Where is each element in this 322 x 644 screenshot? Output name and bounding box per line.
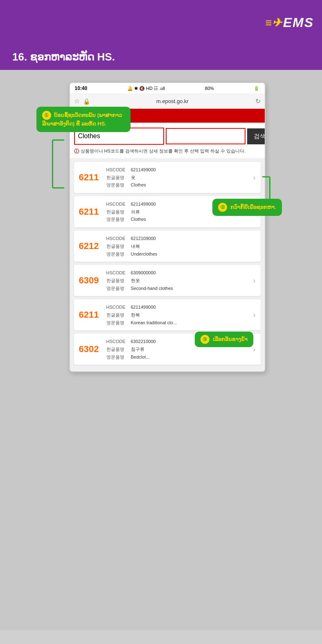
result-code-5: 6211 bbox=[79, 310, 101, 320]
label-hscode-1: HSCODE bbox=[106, 166, 128, 174]
label-hscode-2: HSCODE bbox=[106, 200, 128, 208]
annotation-1-number: ① bbox=[42, 111, 51, 120]
search-input-secondary[interactable] bbox=[166, 128, 245, 144]
result-code-4: 6309 bbox=[79, 275, 101, 286]
annotation-bubble-2: ② ກວົາກິ້ຢຶ່ເພື່ອຊອກຫາ. bbox=[212, 199, 281, 216]
result-row-korean-5: 한글품명 한복 bbox=[106, 311, 248, 319]
status-icons: 🔔 ✱ 🔇 HD ☷ .ull bbox=[127, 86, 165, 91]
label-hscode-5: HSCODE bbox=[106, 303, 128, 311]
bracket-right-2 bbox=[262, 176, 270, 201]
result-row-english-1: 영문품명 Clothes bbox=[106, 181, 248, 189]
result-arrow-1[interactable]: › bbox=[253, 173, 256, 182]
value-korean-4: 헌옷 bbox=[131, 277, 140, 285]
result-row-english-4: 영문품명 Second-hand clothes bbox=[106, 285, 248, 292]
result-code-1: 6211 bbox=[79, 172, 101, 183]
label-hscode-4: HSCODE bbox=[106, 269, 128, 277]
value-english-1: Clothes bbox=[131, 181, 146, 189]
result-row-korean-3: 한글품명 내복 bbox=[106, 242, 256, 250]
value-korean-3: 내복 bbox=[131, 242, 140, 250]
result-arrow-4[interactable]: › bbox=[253, 276, 256, 285]
section-title-bar: 16. ຊອກຫາລະຫັດ HS. bbox=[0, 45, 322, 70]
value-english-5: Korean traditional clo... bbox=[131, 319, 177, 327]
notice-text: 상품명이나 HS코드를 검색하시면 상세 정보를 확인 후 선택 입력 하실 수… bbox=[81, 148, 246, 154]
label-korean-3: 한글품명 bbox=[106, 242, 128, 250]
annotation-2-number: ② bbox=[218, 203, 227, 212]
status-battery: 80% bbox=[205, 86, 214, 91]
browser-refresh-icon[interactable]: ↻ bbox=[255, 97, 261, 105]
result-arrow-5[interactable]: › bbox=[253, 311, 256, 319]
result-row-korean-4: 한글품명 헌옷 bbox=[106, 277, 248, 285]
search-notice: ⓘ 상품명이나 HS코드를 검색하시면 상세 정보를 확인 후 선택 입력 하실… bbox=[74, 148, 261, 155]
value-hscode-1: 6211499000 bbox=[131, 166, 156, 174]
value-korean-2: 의류 bbox=[131, 208, 140, 216]
browser-star-icon[interactable]: ☆ bbox=[74, 97, 80, 105]
label-english-2: 영문품명 bbox=[106, 215, 128, 223]
result-item[interactable]: 6309 HSCODE 6309000000 한글품명 헌옷 영문품명 Seco bbox=[74, 265, 261, 296]
value-english-3: Underclothes bbox=[131, 250, 158, 258]
result-row-hscode-3: HSCODE 6212109000 bbox=[106, 235, 256, 242]
value-hscode-2: 6211499000 bbox=[131, 200, 156, 208]
phone-container: ① ບ້ອນຊຶ້ຊະວັດຕະພັນ (ພາສາກາວລີ/ພາສາອັງກິ… bbox=[49, 82, 274, 372]
value-hscode-3: 6212109000 bbox=[131, 235, 156, 242]
ems-logo-text: EMS bbox=[283, 15, 314, 30]
annotation-1-text: ບ້ອນຊຶ້ຊະວັດຕະພັນ (ພາສາກາວລີ/ພາສາອັງກິດ)… bbox=[42, 112, 122, 127]
value-english-6: Bedclot... bbox=[131, 353, 150, 361]
value-english-2: Clothes bbox=[131, 215, 146, 223]
result-code-2: 6211 bbox=[79, 206, 101, 217]
annotation-bubble-3: ③ ເລືອກອັນທາງນ້ຳ bbox=[195, 332, 253, 347]
result-code-6: 6302 bbox=[79, 344, 101, 355]
top-banner: ≡✈ EMS bbox=[0, 0, 322, 45]
ems-logo: ≡✈ EMS bbox=[265, 15, 314, 30]
result-item[interactable]: 6211 HSCODE 6211499000 한글품명 한복 영문품명 Kore bbox=[74, 299, 261, 330]
value-hscode-6: 6302210000 bbox=[131, 338, 156, 346]
search-button[interactable]: 검색 bbox=[247, 128, 266, 144]
ems-wings-icon: ≡✈ bbox=[265, 16, 281, 29]
main-content-area: ① ບ້ອນຊຶ້ຊະວັດຕະພັນ (ພາສາກາວລີ/ພາສາອັງກິ… bbox=[0, 70, 322, 630]
result-details-3: HSCODE 6212109000 한글품명 내복 영문품명 Underclot… bbox=[106, 235, 256, 258]
label-english-3: 영문품명 bbox=[106, 250, 128, 258]
result-row-english-3: 영문품명 Underclothes bbox=[106, 250, 256, 258]
result-arrow-6[interactable]: › bbox=[253, 345, 256, 354]
value-hscode-5: 6211499000 bbox=[131, 303, 156, 311]
bracket-left-1 bbox=[52, 139, 64, 188]
value-hscode-4: 6309000000 bbox=[131, 269, 156, 277]
annotation-3-number: ③ bbox=[200, 335, 209, 344]
value-korean-5: 한복 bbox=[131, 311, 140, 319]
result-row-hscode-5: HSCODE 6211499000 bbox=[106, 303, 248, 311]
value-korean-6: 침구류 bbox=[131, 346, 144, 353]
result-row-korean-1: 한글품명 옷 bbox=[106, 174, 248, 182]
annotation-2-text: ກວົາກິ້ຢຶ່ເພື່ອຊອກຫາ. bbox=[230, 204, 276, 210]
browser-lock-icon: 🔒 bbox=[83, 98, 90, 105]
label-hscode-3: HSCODE bbox=[106, 235, 128, 242]
value-english-4: Second-hand clothes bbox=[131, 285, 173, 292]
result-row-hscode-1: HSCODE 6211499000 bbox=[106, 166, 248, 174]
label-korean-6: 한글품명 bbox=[106, 346, 128, 353]
result-details-5: HSCODE 6211499000 한글품명 한복 영문품명 Korean tr… bbox=[106, 303, 248, 326]
browser-url[interactable]: m.epost.go.kr bbox=[93, 98, 252, 104]
annotation-3-text: ເລືອກອັນທາງນ້ຳ bbox=[213, 336, 248, 342]
label-english-5: 영문품명 bbox=[106, 319, 128, 327]
label-english-1: 영문품명 bbox=[106, 181, 128, 189]
result-item[interactable]: 6212 HSCODE 6212109000 한글품명 내복 영문품명 Unde bbox=[74, 231, 261, 262]
result-row-hscode-4: HSCODE 6309000000 bbox=[106, 269, 248, 277]
value-korean-1: 옷 bbox=[131, 174, 135, 182]
result-details-1: HSCODE 6211499000 한글품명 옷 영문품명 Clothes bbox=[106, 166, 248, 189]
section-title: 16. ຊອກຫາລະຫັດ HS. bbox=[12, 51, 310, 63]
result-item[interactable]: 6211 HSCODE 6211499000 한글품명 옷 영문품명 Cloth bbox=[74, 162, 261, 193]
label-korean-1: 한글품명 bbox=[106, 174, 128, 182]
label-korean-4: 한글품명 bbox=[106, 277, 128, 285]
result-row-english-6: 영문품명 Bedclot... bbox=[106, 353, 248, 361]
label-korean-2: 한글품명 bbox=[106, 208, 128, 216]
status-bar: 10:40 🔔 ✱ 🔇 HD ☷ .ull 80%🔋 bbox=[70, 83, 265, 94]
status-time: 10:40 bbox=[75, 85, 88, 91]
result-details-4: HSCODE 6309000000 한글품명 헌옷 영문품명 Second-ha… bbox=[106, 269, 248, 292]
result-code-3: 6212 bbox=[79, 241, 101, 251]
label-english-6: 영문품명 bbox=[106, 353, 128, 361]
label-korean-5: 한글품명 bbox=[106, 311, 128, 319]
label-english-4: 영문품명 bbox=[106, 285, 128, 292]
label-hscode-6: HSCODE bbox=[106, 338, 128, 346]
result-row-english-2: 영문품명 Clothes bbox=[106, 215, 248, 223]
notice-icon: ⓘ bbox=[74, 148, 79, 155]
annotation-bubble-1: ① ບ້ອນຊຶ້ຊະວັດຕະພັນ (ພາສາກາວລີ/ພາສາອັງກິ… bbox=[36, 107, 131, 132]
result-row-english-5: 영문품명 Korean traditional clo... bbox=[106, 319, 248, 327]
